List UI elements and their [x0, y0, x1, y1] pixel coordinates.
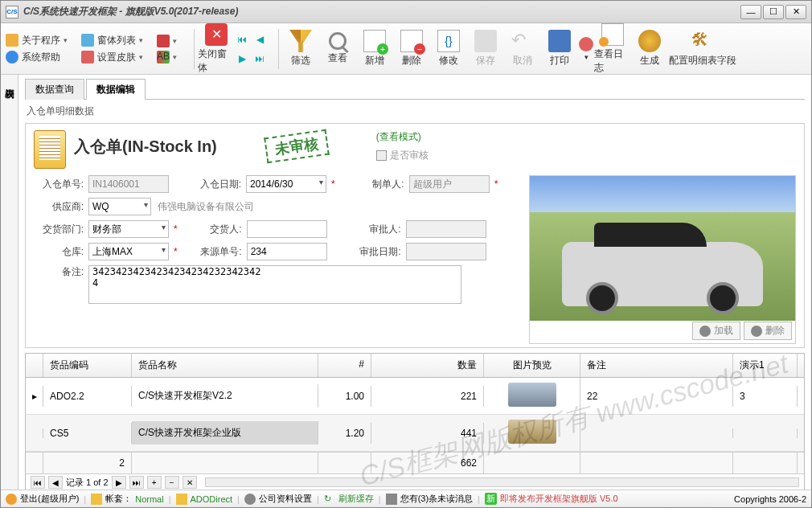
generate-button[interactable]: 生成 — [631, 30, 668, 68]
nav-prev-icon[interactable]: ◀ — [252, 33, 267, 46]
edit-button[interactable]: {}修改 — [430, 30, 467, 68]
add-icon: + — [363, 30, 386, 52]
audit-checkbox: 是否审核 — [376, 149, 429, 162]
dropdown-a[interactable]: ▾ — [157, 35, 179, 47]
audit-stamp: 未审核 — [264, 129, 330, 164]
help-menu[interactable]: 系统帮助 — [6, 51, 70, 64]
search-icon — [329, 32, 347, 50]
view-button[interactable]: 查看 — [319, 32, 356, 65]
grid-pager: ⏮ ◀ 记录 1 of 2 ▶ ⏭ + − ✕ — [26, 473, 804, 490]
h-scrollbar[interactable] — [205, 477, 799, 487]
remark-input[interactable] — [88, 265, 461, 304]
save-button: 保存 — [467, 30, 504, 68]
minimize-button[interactable]: — — [740, 5, 761, 19]
edit-icon: {} — [437, 30, 460, 52]
pager-add[interactable]: + — [147, 476, 162, 489]
titlebar: C/S C/S系统快速开发框架 - 旗舰版V5.0(2017-release) … — [1, 1, 811, 23]
save-icon — [474, 30, 497, 52]
thumb-image — [508, 420, 556, 444]
about-menu[interactable]: 关于程序▾ — [6, 34, 70, 47]
image-delete-button[interactable]: 删除 — [744, 322, 792, 340]
col-img[interactable]: 图片预览 — [484, 354, 580, 377]
supplier-code-input[interactable] — [88, 198, 151, 215]
deliverer-input[interactable] — [247, 220, 327, 238]
doc-title: 入仓单(IN-Stock In) — [74, 136, 217, 158]
approver-input — [406, 220, 486, 238]
col-qty[interactable]: 数量 — [371, 354, 484, 377]
print-button[interactable]: 打印 — [541, 30, 578, 68]
nav-last-icon[interactable]: ⏭ — [252, 52, 267, 65]
srcno-input[interactable] — [247, 243, 327, 260]
pager-end[interactable]: ✕ — [182, 476, 197, 489]
table-row[interactable]: CS5 C/S快速开发框架企业版 1.20 441 — [26, 415, 804, 452]
log-button[interactable]: 查看日志 — [594, 23, 631, 75]
document-icon — [34, 130, 66, 169]
image-load-button[interactable]: 加载 — [692, 322, 740, 340]
skin-menu[interactable]: 设置皮肤▾ — [81, 51, 146, 64]
tools-icon: 🛠 — [691, 30, 714, 52]
close-form-button[interactable]: ✕关闭窗体 — [198, 23, 235, 75]
tab-edit[interactable]: 数据编辑 — [86, 79, 146, 100]
windows-menu[interactable]: 窗体列表▾ — [81, 34, 146, 47]
warehouse-input[interactable] — [88, 243, 169, 260]
pager-last[interactable]: ⏭ — [129, 476, 144, 489]
pager-prev[interactable]: ◀ — [48, 476, 63, 489]
side-tab-modules[interactable]: 模块列表 — [1, 75, 18, 490]
person-icon — [579, 37, 593, 51]
docno-input — [88, 175, 169, 193]
status-db[interactable]: ADODirect — [176, 494, 233, 505]
close-window-button[interactable]: ✕ — [785, 5, 806, 19]
col-hash[interactable]: # — [318, 354, 371, 377]
detail-grid: 货品编码 货品名称 # 数量 图片预览 备注 演示1 ▸ ADO2.2 C/S快… — [25, 353, 805, 490]
dept-input[interactable] — [88, 220, 169, 238]
printer-icon — [548, 30, 571, 52]
status-company[interactable]: 公司资料设置 — [244, 493, 312, 505]
nav-first-icon[interactable]: ⏮ — [235, 33, 249, 46]
form-panel: 入仓单(IN-Stock In) 未审核 (查看模式) 是否审核 入仓单号: 入… — [25, 123, 805, 348]
car-image — [530, 176, 795, 321]
gear-icon — [638, 30, 661, 52]
status-copyright: Copyrights 2006-2 — [734, 494, 806, 504]
supplier-name — [154, 198, 428, 215]
status-news[interactable]: 新即将发布开发框架旗舰版 V5.0 — [485, 493, 618, 505]
nav-next-icon[interactable]: ▶ — [235, 52, 249, 65]
print-dropdown[interactable]: ▾ — [578, 37, 594, 61]
table-row[interactable]: ▸ ADO2.2 C/S快速开发框架V2.2 1.00 221 22 3 — [26, 378, 804, 415]
toolbar: 关于程序▾ 系统帮助 窗体列表▾ 设置皮肤▾ ▾ AB▾ ✕关闭窗体 ⏮◀ ▶⏭… — [1, 23, 811, 75]
col-name[interactable]: 货品名称 — [132, 354, 318, 377]
window-title: C/S系统快速开发框架 - 旗舰版V5.0(2017-release) — [23, 5, 740, 18]
add-button[interactable]: +新增 — [356, 30, 393, 68]
content-tabs: 数据查询 数据编辑 — [25, 78, 805, 100]
tab-query[interactable]: 数据查询 — [25, 79, 84, 100]
image-preview-pane: 加载 删除 — [529, 175, 796, 344]
filter-button[interactable]: 筛选 — [282, 30, 319, 68]
status-book[interactable]: 帐套：Normal — [91, 493, 163, 505]
col-demo[interactable]: 演示1 — [733, 354, 798, 377]
maximize-button[interactable]: ☐ — [763, 5, 784, 19]
col-note[interactable]: 备注 — [580, 354, 733, 377]
config-fields-button[interactable]: 🛠配置明细表字段 — [668, 30, 737, 68]
date-input[interactable] — [246, 175, 326, 193]
view-mode-label: (查看模式) — [376, 130, 429, 144]
pager-del[interactable]: − — [165, 476, 179, 489]
appdate-input — [406, 243, 486, 260]
log-icon — [601, 23, 624, 46]
undo-icon: ↶ — [511, 30, 534, 52]
cancel-button: ↶取消 — [504, 30, 541, 68]
statusbar: 登出(超级用户)| 帐套：Normal| ADODirect| 公司资料设置| … — [1, 490, 811, 507]
app-logo: C/S — [6, 6, 18, 18]
status-refresh[interactable]: ↻刷新缓存 — [324, 493, 374, 505]
maker-input — [409, 175, 490, 193]
section-title: 入仓单明细数据 — [25, 100, 805, 123]
status-login[interactable]: 登出(超级用户) — [6, 493, 79, 505]
pager-first[interactable]: ⏮ — [31, 476, 45, 489]
pager-next[interactable]: ▶ — [112, 476, 126, 489]
thumb-image — [508, 383, 556, 407]
delete-icon: − — [400, 30, 423, 52]
status-messages[interactable]: 您有(3)条未读消息 — [386, 493, 473, 505]
col-code[interactable]: 货品编码 — [43, 354, 132, 377]
window-buttons: — ☐ ✕ — [740, 5, 806, 19]
dropdown-b[interactable]: AB▾ — [157, 51, 179, 63]
funnel-icon — [289, 30, 312, 52]
delete-button[interactable]: −删除 — [393, 30, 430, 68]
